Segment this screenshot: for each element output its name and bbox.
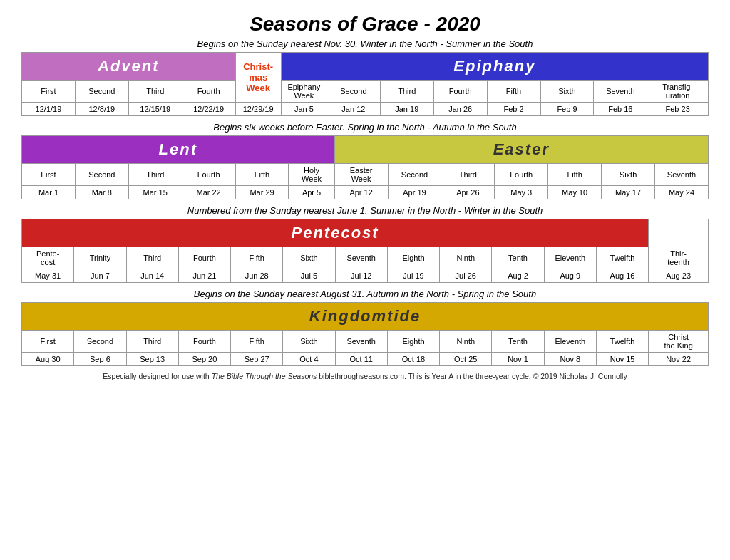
le-week-6: HolyWeek: [289, 164, 334, 186]
ae-date-12: Feb 16: [594, 103, 647, 116]
kingdomtide-header-row: Kingdomtide: [22, 303, 709, 331]
ae-week-11: Seventh: [594, 81, 647, 103]
le-week-1: First: [22, 164, 76, 186]
pentecost-subtitle: Numbered from the Sunday nearest June 1.…: [21, 205, 709, 216]
easter-header: Easter: [334, 136, 708, 164]
le-date-10: May 3: [495, 186, 548, 199]
p-week-9: Ninth: [440, 247, 492, 269]
kingdomtide-date-row: Aug 30 Sep 6 Sep 13 Sep 20 Sep 27 Oct 4 …: [22, 353, 709, 366]
ae-date-10: Feb 2: [487, 103, 540, 116]
le-date-1: Mar 1: [22, 186, 76, 199]
lent-easter-header-row: Lent Easter: [22, 136, 709, 164]
k-week-7: Seventh: [335, 331, 387, 353]
le-date-7: Apr 12: [334, 186, 388, 199]
ae-week-7: Third: [380, 81, 433, 103]
k-date-8: Oct 18: [387, 353, 439, 366]
advent-epiphany-header-row: Advent Christ-masWeek Epiphany: [22, 53, 709, 81]
p-date-1: May 31: [22, 269, 74, 283]
p-date-9: Jul 26: [440, 269, 492, 283]
p-week-6: Sixth: [283, 247, 335, 269]
p-date-8: Jul 19: [387, 269, 439, 283]
le-week-8: Second: [388, 164, 441, 186]
k-week-1: First: [22, 331, 74, 353]
footer-note: Especially designed for use with The Bib…: [21, 372, 709, 380]
pentecost-table: Pentecost Pente-cost Trinity Third Fourt…: [21, 219, 709, 283]
kingdomtide-subtitle: Begins on the Sunday nearest August 31. …: [21, 289, 709, 299]
ae-week-6: Second: [327, 81, 380, 103]
ae-date-8: Jan 19: [380, 103, 433, 116]
kingdomtide-header: Kingdomtide: [22, 303, 709, 331]
le-week-12: Sixth: [602, 164, 655, 186]
k-date-10: Nov 1: [492, 353, 544, 366]
le-week-9: Third: [441, 164, 495, 186]
lent-header: Lent: [22, 136, 335, 164]
p-week-13: Thir-teenth: [649, 247, 709, 269]
ae-week-5: EpiphanyWeek: [281, 81, 327, 103]
ae-date-13: Feb 23: [647, 103, 709, 116]
le-date-8: Apr 19: [388, 186, 441, 199]
p-date-7: Jul 12: [335, 269, 387, 283]
p-week-8: Eighth: [387, 247, 439, 269]
ae-week-4: Fourth: [182, 81, 235, 103]
page-title: Seasons of Grace - 2020: [21, 13, 709, 36]
le-week-7: EasterWeek: [334, 164, 388, 186]
le-date-12: May 17: [602, 186, 655, 199]
lent-easter-table: Lent Easter First Second Third Fourth Fi…: [21, 135, 709, 199]
k-date-5: Sep 27: [231, 353, 283, 366]
k-week-10: Tenth: [492, 331, 544, 353]
p-date-10: Aug 2: [492, 269, 544, 283]
le-week-3: Third: [128, 164, 182, 186]
le-date-11: May 10: [548, 186, 602, 199]
advent-epiphany-section: Begins on the Sunday nearest Nov. 30. Wi…: [21, 38, 709, 116]
kingdomtide-label-row: First Second Third Fourth Fifth Sixth Se…: [22, 331, 709, 353]
ae-date-5: 12/29/19: [235, 103, 281, 116]
epiphany-header: Epiphany: [281, 53, 708, 81]
k-week-11: Eleventh: [544, 331, 596, 353]
k-week-6: Sixth: [283, 331, 335, 353]
advent-epiphany-date-row: 12/1/19 12/8/19 12/15/19 12/22/19 12/29/…: [22, 103, 709, 116]
le-date-3: Mar 15: [128, 186, 182, 199]
ae-date-2: 12/8/19: [75, 103, 128, 116]
ae-week-9: Fifth: [487, 81, 540, 103]
p-week-5: Fifth: [231, 247, 283, 269]
k-week-2: Second: [74, 331, 126, 353]
le-date-13: May 24: [654, 186, 708, 199]
ae-date-9: Jan 26: [433, 103, 487, 116]
k-week-8: Eighth: [387, 331, 439, 353]
kingdomtide-table: Kingdomtide First Second Third Fourth Fi…: [21, 302, 709, 366]
p-date-6: Jul 5: [283, 269, 335, 283]
advent-header: Advent: [22, 53, 236, 81]
ae-week-10: Sixth: [540, 81, 594, 103]
p-date-5: Jun 28: [231, 269, 283, 283]
p-week-11: Eleventh: [544, 247, 596, 269]
k-week-3: Third: [126, 331, 178, 353]
p-week-10: Tenth: [492, 247, 544, 269]
k-date-12: Nov 15: [596, 353, 648, 366]
k-date-1: Aug 30: [22, 353, 74, 366]
p-week-3: Third: [126, 247, 178, 269]
p-date-11: Aug 9: [544, 269, 596, 283]
le-week-10: Fourth: [495, 164, 548, 186]
k-week-9: Ninth: [440, 331, 492, 353]
le-date-9: Apr 26: [441, 186, 495, 199]
p-date-2: Jun 7: [74, 269, 126, 283]
ae-date-4: 12/22/19: [182, 103, 235, 116]
pentecost-header-row: Pentecost: [22, 219, 709, 247]
k-date-2: Sep 6: [74, 353, 126, 366]
pentecost-date-row: May 31 Jun 7 Jun 14 Jun 21 Jun 28 Jul 5 …: [22, 269, 709, 283]
ae-week-12: Transfig-uration: [647, 81, 709, 103]
k-date-7: Oct 11: [335, 353, 387, 366]
k-week-4: Fourth: [178, 331, 230, 353]
ae-date-11: Feb 9: [540, 103, 594, 116]
p-week-7: Seventh: [335, 247, 387, 269]
le-week-4: Fourth: [182, 164, 235, 186]
le-week-11: Fifth: [548, 164, 602, 186]
pentecost-section: Numbered from the Sunday nearest June 1.…: [21, 205, 709, 283]
lent-easter-date-row: Mar 1 Mar 8 Mar 15 Mar 22 Mar 29 Apr 5 A…: [22, 186, 709, 199]
p-week-2: Trinity: [74, 247, 126, 269]
ae-date-3: 12/15/19: [128, 103, 182, 116]
k-date-6: Oct 4: [283, 353, 335, 366]
p-date-12: Aug 16: [596, 269, 648, 283]
ae-date-6: Jan 5: [281, 103, 327, 116]
k-date-13: Nov 22: [649, 353, 709, 366]
